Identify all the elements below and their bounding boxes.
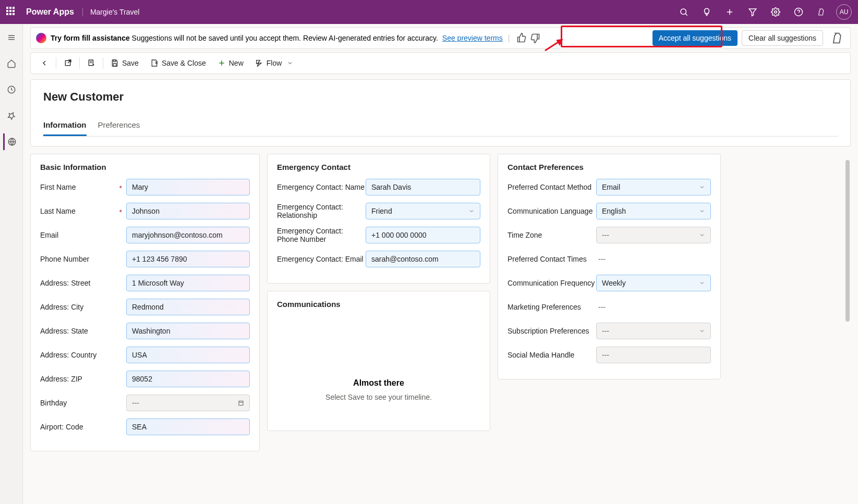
street-input[interactable]: 1 Microsoft Way	[126, 275, 250, 291]
svg-rect-22	[239, 401, 243, 405]
copilot-panel-icon[interactable]	[830, 31, 845, 45]
help-icon[interactable]	[788, 0, 809, 24]
birthday-input[interactable]: ---	[126, 395, 250, 411]
svg-line-13	[545, 41, 560, 51]
state-input[interactable]: Washington	[126, 323, 250, 339]
filter-icon[interactable]	[742, 0, 763, 24]
section-preferences: Contact Preferences Preferred Contact Me…	[498, 154, 721, 379]
tab-preferences[interactable]: Preferences	[98, 116, 140, 136]
svg-line-1	[685, 14, 687, 16]
new-button[interactable]: New	[212, 56, 249, 70]
home-icon[interactable]	[3, 55, 20, 72]
save-button[interactable]: Save	[105, 56, 144, 70]
marketing-value[interactable]: ---	[596, 303, 711, 311]
app-title: Power Apps	[26, 7, 74, 17]
section-emergency: Emergency Contact Emergency Contact: Nam…	[267, 154, 490, 284]
frequency-select[interactable]: Weekly	[596, 275, 711, 291]
accept-all-button[interactable]: Accept all suggestions	[652, 30, 738, 46]
section-title: Emergency Contact	[277, 163, 480, 171]
back-button[interactable]	[35, 56, 54, 70]
tab-information[interactable]: Information	[43, 116, 87, 136]
copilot-header-icon[interactable]	[811, 0, 832, 24]
search-icon[interactable]	[673, 0, 694, 24]
first-name-input[interactable]: Mary	[126, 179, 250, 195]
page-title: New Customer	[43, 90, 838, 104]
suggestion-bar: Try form fill assistance Suggestions wil…	[30, 27, 851, 49]
scrollbar[interactable]	[845, 160, 850, 462]
gear-icon[interactable]	[765, 0, 786, 24]
svg-marker-21	[256, 60, 261, 67]
phone-input[interactable]: +1 123 456 7890	[126, 251, 250, 267]
app-header: Power Apps Margie's Travel AU	[0, 0, 858, 24]
avatar[interactable]: AU	[836, 4, 852, 20]
subscription-select[interactable]: ---	[596, 323, 711, 339]
social-input[interactable]: ---	[596, 347, 711, 363]
email-input[interactable]: maryjohnson@contoso.com	[126, 227, 250, 243]
left-rail	[0, 24, 23, 504]
svg-rect-18	[113, 64, 116, 66]
save-close-button[interactable]: Save & Close	[145, 56, 211, 70]
pin-icon[interactable]	[3, 107, 20, 124]
lightbulb-icon[interactable]	[696, 0, 717, 24]
thumbs-down-icon[interactable]	[530, 33, 540, 43]
svg-marker-4	[749, 9, 756, 16]
tab-list: Information Preferences	[43, 116, 838, 137]
recent-icon[interactable]	[3, 81, 20, 98]
svg-point-0	[681, 9, 686, 15]
svg-point-5	[775, 11, 777, 14]
last-name-input[interactable]: Johnson	[126, 203, 250, 219]
flow-button[interactable]: Flow	[250, 56, 299, 70]
environment-name[interactable]: Margie's Travel	[82, 8, 139, 16]
section-communications: Communications Almost there Select Save …	[267, 291, 490, 431]
timezone-select[interactable]: ---	[596, 227, 711, 243]
suggestion-message: Try form fill assistance Suggestions wil…	[51, 34, 503, 42]
city-input[interactable]: Redmond	[126, 299, 250, 315]
form-fill-button[interactable]	[82, 56, 101, 70]
waffle-icon[interactable]	[6, 7, 17, 17]
ec-name-input[interactable]: Sarah Davis	[366, 179, 480, 195]
thumbs-up-icon[interactable]	[516, 33, 527, 43]
form-container: New Customer Information Preferences	[30, 79, 851, 146]
command-bar: Save Save & Close New Flow	[30, 52, 851, 74]
copilot-logo-icon	[36, 33, 46, 43]
section-title: Basic Information	[40, 163, 250, 171]
hamburger-icon[interactable]	[3, 29, 20, 46]
section-basic-info: Basic Information First NameMary Last Na…	[30, 154, 260, 451]
contact-method-select[interactable]: Email	[596, 179, 711, 195]
ec-phone-input[interactable]: +1 000 000 0000	[366, 227, 480, 243]
timeline-empty-state: Almost there Select Save to see your tim…	[277, 316, 480, 422]
site-map-icon[interactable]	[3, 133, 20, 150]
section-title: Communications	[277, 300, 480, 309]
preview-terms-link[interactable]: See preview terms	[442, 34, 503, 42]
country-input[interactable]: USA	[126, 347, 250, 363]
contact-times-value[interactable]: ---	[596, 255, 711, 263]
open-new-window-button[interactable]	[58, 56, 77, 70]
ec-email-input[interactable]: sarah@contoso.com	[366, 251, 480, 267]
language-select[interactable]: English	[596, 203, 711, 219]
section-title: Contact Preferences	[507, 163, 711, 171]
airport-input[interactable]: SEA	[126, 419, 250, 435]
ec-rel-select[interactable]: Friend	[366, 203, 480, 219]
annotation-arrow	[544, 39, 563, 52]
plus-icon[interactable]	[719, 0, 740, 24]
zip-input[interactable]: 98052	[126, 371, 250, 387]
svg-rect-17	[113, 60, 116, 62]
clear-all-button[interactable]: Clear all suggestions	[742, 30, 823, 46]
